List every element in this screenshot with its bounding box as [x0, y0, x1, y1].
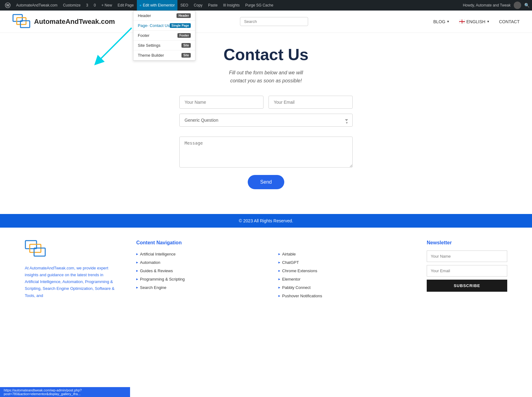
status-url: https://automateandtweak.com/wp-admin/po…: [4, 388, 82, 396]
nav-item-elementor[interactable]: Elementor: [278, 277, 408, 281]
nav-item-search-engine[interactable]: Search Engine: [136, 285, 266, 290]
footer-nav-cols: Artificial Intelligence Automation Guide…: [136, 252, 408, 302]
nav-item-programming[interactable]: Programming & Scripting: [136, 277, 266, 281]
question-select-wrapper: Generic Question: [179, 114, 353, 132]
purge-cache-button[interactable]: Purge SG Cache: [243, 0, 276, 11]
nav-item-chrome-ext[interactable]: Chrome Extensions: [278, 268, 408, 273]
page-subtitle: Fill out the form below and we will cont…: [6, 69, 526, 85]
blog-chevron-icon: ▼: [447, 20, 450, 23]
nav-item-guides[interactable]: Guides & Reviews: [136, 268, 266, 273]
footer-badge: Footer: [177, 33, 191, 38]
logo-text: AutomateAndTweak.com: [34, 18, 115, 26]
form-row-name-email: [179, 96, 353, 109]
paste-button[interactable]: Paste: [206, 0, 220, 11]
search-icon[interactable]: 🔍: [524, 3, 530, 8]
nav-item-ai[interactable]: Artificial Intelligence: [136, 252, 266, 256]
message-textarea[interactable]: [179, 137, 353, 168]
status-bar: https://automateandtweak.com/wp-admin/po…: [0, 387, 130, 397]
insights-button[interactable]: Ill Insights: [221, 0, 242, 11]
site-name-link[interactable]: AutomateAndTweak.com: [14, 0, 60, 11]
logo-icon: [12, 14, 31, 29]
wp-logo-button[interactable]: W: [2, 0, 13, 11]
contact-form: Generic Question Send: [179, 96, 353, 189]
nav-item-airtable[interactable]: Airtable: [278, 252, 408, 256]
dropdown-header[interactable]: Header Header: [133, 11, 195, 21]
footer-nav-col1: Artificial Intelligence Automation Guide…: [136, 252, 266, 302]
header-badge: Header: [177, 13, 191, 18]
dropdown-footer[interactable]: Footer Footer: [133, 31, 195, 41]
newsletter-email-input[interactable]: [427, 265, 507, 277]
theme-builder-badge: Site: [181, 53, 191, 58]
customize-button[interactable]: Customize: [60, 0, 83, 11]
newsletter-name-input[interactable]: [427, 251, 507, 262]
copy-button[interactable]: Copy: [191, 0, 205, 11]
footer-description: At AutomateAndTweak.com, we provide expe…: [25, 265, 118, 299]
send-button[interactable]: Send: [248, 175, 284, 189]
elementor-dropdown: Header Header Page- Contact Us Single Pa…: [133, 11, 195, 61]
page-contact-link[interactable]: Page- Contact Us: [138, 23, 170, 28]
nav-contact[interactable]: CONTACT: [499, 19, 520, 24]
blue-banner: © 2023 All Rights Reserved.: [0, 214, 532, 228]
nav-blog[interactable]: BLOG ▼: [433, 19, 450, 24]
footer-newsletter: Newsletter SUBSCRIBE: [427, 240, 507, 292]
svg-text:W: W: [6, 3, 10, 7]
footer-logo-icon: [25, 240, 46, 259]
edit-with-elementor-button[interactable]: ● Edit with Elementor: [137, 0, 177, 11]
subscribe-button[interactable]: SUBSCRIBE: [427, 280, 507, 292]
seo-button[interactable]: SEO: [178, 0, 191, 11]
name-input[interactable]: [179, 96, 264, 109]
nav-item-chatgpt[interactable]: ChatGPT: [278, 260, 408, 265]
nav-item-automation[interactable]: Automation: [136, 260, 266, 265]
single-page-badge: Single Page: [170, 23, 191, 28]
footer-nav-title: Content Navigation: [136, 240, 408, 246]
edit-page-button[interactable]: Edit Page: [115, 0, 136, 11]
footer: At AutomateAndTweak.com, we provide expe…: [0, 228, 532, 314]
dropdown-theme-builder[interactable]: Theme Builder Site: [133, 50, 195, 60]
nav-english[interactable]: 🏴󠁧󠁢󠁥󠁮󠁧󠁿 ENGLISH ▼: [459, 19, 490, 24]
newsletter-title: Newsletter: [427, 240, 507, 246]
english-chevron-icon: ▼: [486, 20, 490, 23]
main-content: Contact Us Fill out the form below and w…: [0, 33, 532, 208]
nav-item-pabbly[interactable]: Pabbly Connect: [278, 285, 408, 290]
search-input[interactable]: [240, 17, 308, 26]
footer-brand: At AutomateAndTweak.com, we provide expe…: [25, 240, 118, 299]
question-select[interactable]: Generic Question: [179, 114, 353, 127]
site-settings-badge: Site: [181, 43, 191, 48]
email-input[interactable]: [268, 96, 353, 109]
new-button[interactable]: + New: [99, 0, 114, 11]
dropdown-site-settings[interactable]: Site Settings Site: [133, 41, 195, 50]
site-header: AutomateAndTweak.com BLOG ▼ 🏴󠁧󠁢󠁥󠁮󠁧󠁿 ENGL…: [0, 11, 532, 33]
site-nav: BLOG ▼ 🏴󠁧󠁢󠁥󠁮󠁧󠁿 ENGLISH ▼ CONTACT: [433, 19, 520, 24]
howdy-text: Howdy, Automate and Tweak: [463, 3, 511, 7]
admin-bar: W AutomateAndTweak.com Customize 3 0 + N…: [0, 0, 532, 11]
logo-area: AutomateAndTweak.com: [12, 14, 115, 29]
admin-bar-right: Howdy, Automate and Tweak 🔍: [463, 2, 530, 9]
page-title: Contact Us: [6, 45, 526, 64]
avatar: [514, 2, 521, 9]
footer-nav-col2: Airtable ChatGPT Chrome Extensions Eleme…: [278, 252, 408, 302]
footer-nav: Content Navigation Artificial Intelligen…: [136, 240, 408, 302]
admin-bar-left: W AutomateAndTweak.com Customize 3 0 + N…: [2, 0, 463, 11]
dropdown-page-contact[interactable]: Page- Contact Us Single Page: [133, 21, 195, 31]
revisions-button[interactable]: 3: [84, 0, 91, 11]
comments-button[interactable]: 0: [91, 0, 98, 11]
nav-item-pushover[interactable]: Pushover Notifications: [278, 294, 408, 298]
